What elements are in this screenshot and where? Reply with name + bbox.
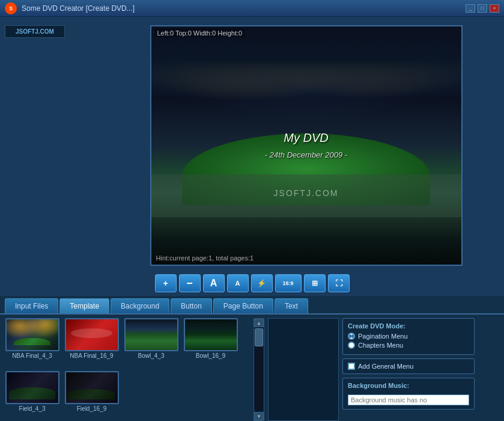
tab-input-files[interactable]: Input Files xyxy=(5,298,58,313)
preview-window: Left:0 Top:0 Width:0 Height:0 My DVD - 2… xyxy=(150,25,463,266)
preview-hint: Hint:current page:1, total pages:1 xyxy=(156,254,254,262)
chapters-label: Chapters Menu xyxy=(358,342,403,349)
thumbnail-image xyxy=(124,318,178,351)
chapters-menu-option[interactable]: Chapters Menu xyxy=(348,342,469,349)
preview-image xyxy=(151,26,461,265)
list-item[interactable]: Bowl_4_3 xyxy=(123,318,180,369)
thumbnail-label: NBA Final_16_9 xyxy=(70,352,113,359)
preview-toolbar: + − A A ⚡ 16:9 ⊞ ⛶ xyxy=(0,271,504,296)
thumbnail-label: Bowl_4_3 xyxy=(138,352,165,359)
window-controls: _ □ × xyxy=(466,4,499,13)
pagination-menu-option[interactable]: Pagination Menu xyxy=(348,333,469,340)
preview-subtitle: - 24th December 2009 - xyxy=(265,150,347,159)
scroll-thumb[interactable] xyxy=(255,328,263,346)
tab-background[interactable]: Background xyxy=(111,298,169,313)
remove-button[interactable]: − xyxy=(179,274,201,292)
list-item[interactable]: NBA Final_16_9 xyxy=(63,318,120,369)
thumbnail-image xyxy=(5,318,59,351)
tab-bar: Input Files Template Background Button P… xyxy=(0,296,504,313)
grid-button[interactable]: ⊞ xyxy=(304,274,326,292)
scroll-up-arrow[interactable]: ▲ xyxy=(254,319,264,327)
content-area: NBA Final_4_3 NBA Final_16_9 Bowl_4_3 Bo… xyxy=(0,313,504,421)
background-music-input[interactable] xyxy=(348,395,469,405)
left-brand: JSOFTJ.COM xyxy=(5,25,65,38)
background-music-title: Background Music: xyxy=(348,382,469,389)
preview-title: My DVD xyxy=(284,131,328,145)
list-item[interactable]: Field_16_9 xyxy=(63,371,120,422)
thumbnail-image xyxy=(5,371,59,404)
list-item[interactable]: Bowl_16_9 xyxy=(182,318,239,369)
maximize-button[interactable]: □ xyxy=(478,4,487,13)
close-button[interactable]: × xyxy=(490,4,499,13)
thumbnail-image xyxy=(65,371,119,404)
pagination-label: Pagination Menu xyxy=(358,333,408,340)
aspect169-button[interactable]: 16:9 xyxy=(275,274,302,292)
list-item[interactable]: NBA Final_4_3 xyxy=(4,318,61,369)
thumbnail-grid: NBA Final_4_3 NBA Final_16_9 Bowl_4_3 Bo… xyxy=(4,318,250,421)
general-menu-checkbox[interactable] xyxy=(348,363,355,370)
dvd-mode-group: Create DVD Mode: Pagination Menu Chapter… xyxy=(342,318,475,355)
settings2-button[interactable]: ⚡ xyxy=(251,274,273,292)
app-logo: S xyxy=(5,2,17,14)
scroll-track xyxy=(255,328,263,411)
fullscreen-button[interactable]: ⛶ xyxy=(328,274,350,292)
text-large-button[interactable]: A xyxy=(203,274,225,292)
list-item[interactable]: Field_4_3 xyxy=(4,371,61,422)
minimize-button[interactable]: _ xyxy=(466,4,475,13)
title-bar: S Some DVD Creator [Create DVD...] _ □ × xyxy=(0,0,504,17)
tab-text[interactable]: Text xyxy=(275,298,308,313)
text-small-button[interactable]: A xyxy=(227,274,249,292)
add-general-menu-option[interactable]: Add General Menu xyxy=(348,363,469,370)
tab-button[interactable]: Button xyxy=(171,298,212,313)
window-title: Some DVD Creator [Create DVD...] xyxy=(22,4,466,13)
tab-template[interactable]: Template xyxy=(59,298,109,313)
chapters-radio[interactable] xyxy=(348,342,355,349)
tab-page-button[interactable]: Page Button xyxy=(213,298,273,313)
thumbnail-scrollbar[interactable]: ▲ ▼ xyxy=(254,318,264,421)
pagination-radio[interactable] xyxy=(348,333,355,340)
scroll-down-arrow[interactable]: ▼ xyxy=(254,412,264,420)
thumbnail-label: NBA Final_4_3 xyxy=(12,352,52,359)
preview-watermark: JSOFTJ.COM xyxy=(274,188,339,198)
thumbnail-image xyxy=(184,318,238,351)
thumbnail-label: Field_16_9 xyxy=(77,405,106,412)
thumbnail-label: Field_4_3 xyxy=(19,405,46,412)
thumbnail-image xyxy=(65,318,119,351)
general-menu-label: Add General Menu xyxy=(358,363,413,370)
dvd-mode-title: Create DVD Mode: xyxy=(348,322,469,330)
background-music-group: Background Music: xyxy=(342,378,475,410)
thumbnail-label: Bowl_16_9 xyxy=(196,352,225,359)
preview-coords: Left:0 Top:0 Width:0 Height:0 xyxy=(155,29,245,37)
add-button[interactable]: + xyxy=(155,274,177,292)
preview-panel: Apply to All xyxy=(268,318,339,421)
settings-panel: Create DVD Mode: Pagination Menu Chapter… xyxy=(342,318,475,421)
general-menu-group: Add General Menu xyxy=(342,358,475,374)
